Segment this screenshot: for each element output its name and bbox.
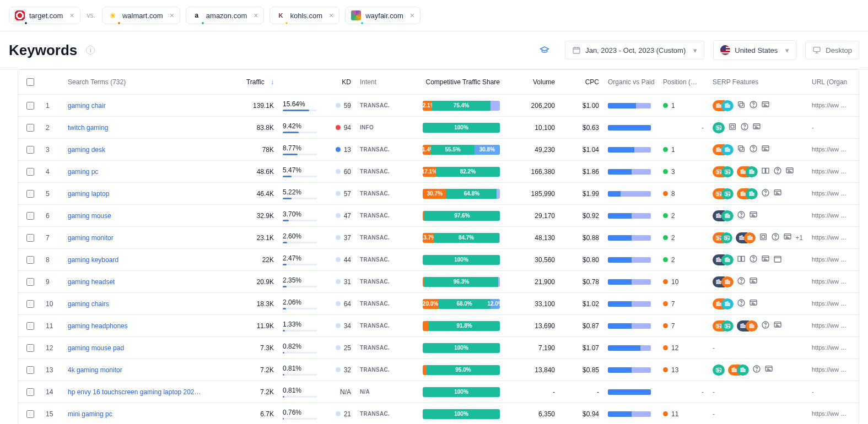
- serp-serp-icon[interactable]: [749, 210, 758, 221]
- col-volume[interactable]: Volume: [504, 75, 559, 89]
- url-cell[interactable]: https://ww owse/elec: [807, 187, 851, 201]
- serp-help-icon[interactable]: [740, 122, 749, 133]
- competitor-chip[interactable]: aamazon.com×: [186, 7, 265, 24]
- col-search-terms[interactable]: Search Terms (732): [63, 75, 229, 89]
- keyword-link[interactable]: gaming monitor: [68, 234, 114, 242]
- serp-pill[interactable]: [713, 298, 734, 309]
- device-picker[interactable]: Desktop: [805, 41, 859, 59]
- serp-pill[interactable]: [713, 166, 734, 177]
- serp-help-icon[interactable]: [737, 298, 746, 309]
- url-cell[interactable]: https://ww -Gaming-K: [807, 253, 851, 267]
- serp-serp-icon[interactable]: [773, 320, 782, 331]
- col-cpc[interactable]: CPC: [559, 75, 603, 89]
- serp-serp-icon[interactable]: [761, 254, 770, 265]
- competitor-chip[interactable]: wayfair.com×: [345, 7, 420, 24]
- row-checkbox[interactable]: [26, 234, 34, 242]
- row-checkbox[interactable]: [26, 124, 34, 132]
- keyword-link[interactable]: gaming pc: [68, 168, 98, 176]
- col-traffic[interactable]: Traffic ↓: [229, 75, 278, 89]
- row-checkbox[interactable]: [26, 344, 34, 352]
- keyword-link[interactable]: gaming headphones: [68, 322, 128, 330]
- info-icon[interactable]: i: [86, 46, 95, 55]
- serp-help-icon[interactable]: [749, 100, 758, 111]
- row-checkbox[interactable]: [26, 388, 34, 396]
- row-checkbox[interactable]: [26, 322, 34, 330]
- competitor-chip[interactable]: Kkohls.com×: [269, 7, 339, 24]
- keyword-link[interactable]: twitch gaming: [68, 124, 108, 132]
- remove-chip-icon[interactable]: ×: [329, 12, 333, 19]
- url-cell[interactable]: -: [807, 121, 851, 135]
- remove-chip-icon[interactable]: ×: [410, 12, 414, 19]
- url-cell[interactable]: https://ww owse/vide: [807, 319, 851, 333]
- col-position[interactable]: Position (…: [659, 75, 708, 89]
- keyword-link[interactable]: gaming laptop: [68, 190, 109, 198]
- keyword-link[interactable]: mini gaming pc: [68, 410, 112, 418]
- keyword-link[interactable]: gaming desk: [68, 146, 105, 154]
- url-cell[interactable]: https://ww ming-pc/s: [807, 165, 851, 179]
- serp-help-icon[interactable]: [773, 166, 782, 177]
- keyword-link[interactable]: gaming mouse pad: [68, 344, 124, 352]
- keyword-link[interactable]: gaming mouse: [68, 212, 111, 220]
- serp-pill[interactable]: [713, 276, 734, 287]
- competitor-chip[interactable]: ✳walmart.com×: [102, 7, 180, 24]
- url-cell[interactable]: https://ww ming-mous: [807, 209, 851, 223]
- serp-serp-icon[interactable]: [773, 188, 782, 199]
- row-checkbox[interactable]: [26, 278, 34, 286]
- serp-sq-icon[interactable]: [759, 232, 768, 243]
- url-cell[interactable]: https://ww ming-chair: [807, 99, 851, 113]
- serp-book-icon[interactable]: [761, 166, 770, 177]
- serp-pill[interactable]: [736, 232, 756, 243]
- serp-help-icon[interactable]: [761, 320, 770, 331]
- serp-pill[interactable]: [737, 188, 758, 199]
- serp-copy-icon[interactable]: [737, 144, 746, 155]
- serp-pill[interactable]: [713, 254, 734, 265]
- serp-pill[interactable]: [713, 320, 734, 331]
- competitor-chip[interactable]: target.com×: [9, 7, 80, 24]
- col-url[interactable]: URL (Organ: [807, 75, 851, 89]
- remove-chip-icon[interactable]: ×: [170, 12, 174, 19]
- serp-serp-icon[interactable]: [761, 100, 770, 111]
- row-checkbox[interactable]: [26, 146, 34, 154]
- keyword-link[interactable]: gaming chair: [68, 102, 106, 110]
- url-cell[interactable]: https://ww ming-desk: [807, 143, 851, 157]
- serp-serp-icon[interactable]: [783, 232, 792, 243]
- country-picker[interactable]: United States ▾: [713, 40, 796, 60]
- url-cell[interactable]: https://ww kp/mouse-: [807, 341, 851, 355]
- serp-help-icon[interactable]: [737, 210, 746, 221]
- date-range-picker[interactable]: Jan, 2023 - Oct, 2023 (Custom) ▾: [565, 41, 704, 59]
- serp-help-icon[interactable]: [771, 232, 780, 243]
- keyword-link[interactable]: hp envy 16 touchscreen gaming laptop 202…: [68, 388, 201, 396]
- url-cell[interactable]: https://ww owse/vide: [807, 275, 851, 289]
- col-serp[interactable]: SERP Features: [708, 75, 807, 89]
- remove-chip-icon[interactable]: ×: [69, 12, 74, 19]
- col-intent[interactable]: Intent: [355, 75, 416, 89]
- keyword-link[interactable]: gaming chairs: [68, 300, 109, 308]
- serp-pill[interactable]: [713, 232, 732, 243]
- url-cell[interactable]: -: [807, 385, 851, 399]
- row-checkbox[interactable]: [26, 168, 34, 176]
- serp-help-icon[interactable]: [737, 276, 746, 287]
- row-checkbox[interactable]: [26, 366, 34, 374]
- keyword-link[interactable]: 4k gaming monitor: [68, 366, 122, 374]
- row-checkbox[interactable]: [26, 256, 34, 264]
- serp-serp-icon[interactable]: [764, 365, 773, 375]
- remove-chip-icon[interactable]: ×: [254, 12, 258, 19]
- serp-pill[interactable]: [713, 365, 725, 376]
- serp-cal-icon[interactable]: [773, 254, 782, 265]
- keyword-link[interactable]: gaming keyboard: [68, 256, 118, 264]
- serp-pill[interactable]: [713, 100, 734, 111]
- row-checkbox[interactable]: [26, 102, 34, 110]
- row-checkbox[interactable]: [26, 212, 34, 220]
- serp-copy-icon[interactable]: [737, 100, 746, 111]
- keyword-link[interactable]: gaming headset: [68, 278, 115, 286]
- url-cell[interactable]: https://ww kp/4k-gam: [807, 363, 851, 377]
- serp-pill[interactable]: [713, 144, 734, 155]
- col-ovp[interactable]: Organic vs Paid: [603, 75, 659, 89]
- serp-pill[interactable]: [728, 365, 749, 376]
- serp-pill[interactable]: [713, 122, 725, 133]
- education-icon[interactable]: [533, 41, 556, 59]
- serp-serp-icon[interactable]: [749, 298, 758, 309]
- row-checkbox[interactable]: [26, 190, 34, 198]
- col-kd[interactable]: KD: [317, 75, 355, 89]
- serp-help-icon[interactable]: [752, 365, 761, 375]
